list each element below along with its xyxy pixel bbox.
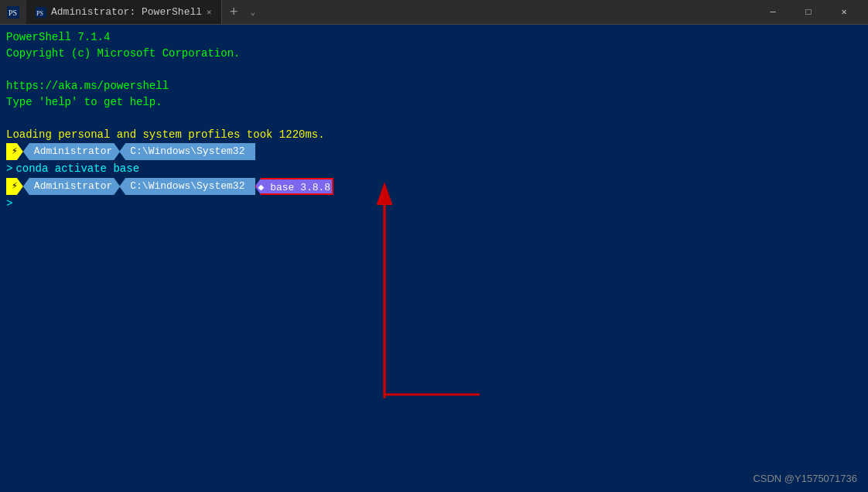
prompt-row-2: ⚡ Administrator C:\Windows\System32 ◆ ba…: [6, 178, 862, 195]
command-row: > conda activate base: [6, 161, 862, 177]
maximize-button[interactable]: □: [791, 0, 826, 25]
close-button[interactable]: ✕: [826, 0, 862, 25]
admin-segment-2: Administrator: [23, 178, 120, 195]
path-segment-2: C:\Windows\System32: [119, 178, 255, 195]
bolt-segment-2: ⚡: [6, 178, 23, 195]
bolt-segment-1: ⚡: [6, 143, 23, 160]
terminal-line-2: Copyright (c) Microsoft Corporation.: [6, 46, 862, 62]
terminal-line-1: PowerShell 7.1.4: [6, 29, 862, 46]
command-text: conda activate base: [15, 161, 139, 177]
tab-icon: PS: [36, 7, 46, 18]
tab-label: Administrator: PowerShell: [51, 6, 202, 18]
tab-dropdown-button[interactable]: ⌄: [245, 7, 260, 17]
watermark: CSDN @Y1575071736: [753, 473, 857, 484]
svg-text:PS: PS: [36, 10, 43, 17]
loading-line: Loading personal and system profiles too…: [6, 127, 862, 143]
empty-line-1: [6, 62, 862, 78]
admin-segment-1: Administrator: [23, 143, 120, 160]
prompt-row-1: ⚡ Administrator C:\Windows\System32: [6, 143, 862, 160]
prompt-caret-2: >: [6, 196, 12, 212]
title-bar: PS PS Administrator: PowerShell ✕ + ⌄ — …: [0, 0, 868, 25]
empty-line-2: [6, 111, 862, 127]
env-segment: ◆ base 3.8.8: [255, 178, 333, 195]
svg-text:PS: PS: [9, 9, 17, 17]
app-icon: PS: [6, 5, 20, 19]
path-segment-1: C:\Windows\System32: [119, 143, 255, 160]
new-tab-button[interactable]: +: [222, 5, 246, 20]
env-label: base 3.8.8: [270, 182, 330, 193]
final-caret-row: >: [6, 196, 862, 212]
terminal-line-4: Type 'help' to get help.: [6, 94, 862, 111]
tab-bar: PS Administrator: PowerShell ✕ + ⌄: [26, 0, 260, 24]
prompt-caret-1: >: [6, 161, 12, 177]
window-controls: — □ ✕: [755, 0, 862, 25]
minimize-button[interactable]: —: [755, 0, 791, 25]
tab-powershell[interactable]: PS Administrator: PowerShell ✕: [26, 0, 222, 24]
terminal-line-3: https://aka.ms/powershell: [6, 78, 862, 94]
env-dot: ◆: [258, 182, 264, 193]
tab-close-button[interactable]: ✕: [207, 7, 212, 17]
terminal-window[interactable]: PowerShell 7.1.4 Copyright (c) Microsoft…: [0, 25, 868, 492]
